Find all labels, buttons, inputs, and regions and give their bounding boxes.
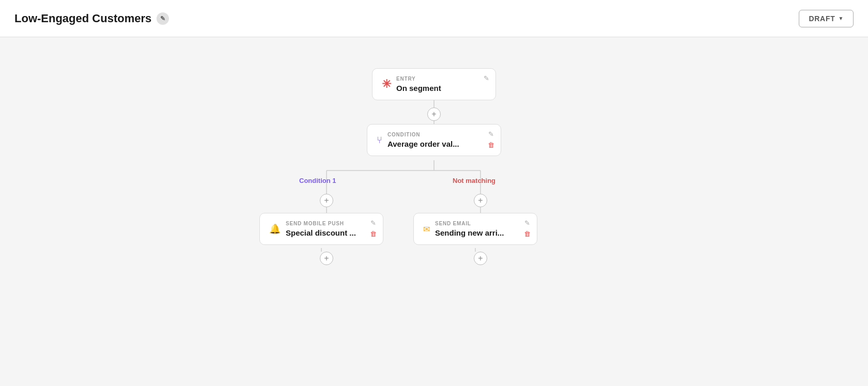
plus-icon: + <box>478 254 483 263</box>
condition1-label: Condition 1 <box>299 177 336 184</box>
condition-delete-button[interactable]: 🗑 <box>487 141 495 149</box>
entry-node-label: ENTRY <box>396 76 441 82</box>
plus-push-bottom[interactable]: + <box>320 252 333 265</box>
condition-node-label: CONDITION <box>388 132 459 137</box>
notmatching-label: Not matching <box>453 177 495 184</box>
draft-label: DRAFT <box>809 14 835 23</box>
condition-node-title: Average order val... <box>388 140 459 148</box>
branch-icon: ⑂ <box>377 135 382 146</box>
push-delete-button[interactable]: 🗑 <box>369 229 378 238</box>
condition-edit-button[interactable]: ✎ <box>487 130 495 138</box>
edit-title-button[interactable]: ✎ <box>157 12 169 25</box>
email-delete-button[interactable]: 🗑 <box>523 229 532 238</box>
push-node-label: SEND MOBILE PUSH <box>286 221 356 226</box>
entry-node-title: On segment <box>396 84 441 92</box>
entry-node[interactable]: ✳ ENTRY On segment ✎ <box>372 68 496 100</box>
page-title: Low-Engaged Customers <box>14 12 151 25</box>
plus-condition1-branch[interactable]: + <box>320 194 333 207</box>
push-edit-button[interactable]: ✎ <box>369 219 378 227</box>
email-node[interactable]: ✉ SEND EMAIL Sending new arri... ✎ 🗑 <box>413 213 537 245</box>
email-node-title: Sending new arri... <box>435 228 504 237</box>
plus-icon: + <box>431 110 436 118</box>
plus-icon: + <box>324 254 329 263</box>
entry-edit-button[interactable]: ✎ <box>483 74 490 83</box>
plus-icon: + <box>478 196 483 205</box>
plus-notmatching-branch[interactable]: + <box>474 194 487 207</box>
push-node[interactable]: 🔔 SEND MOBILE PUSH Special discount ... … <box>259 213 383 245</box>
bell-icon: 🔔 <box>269 223 281 235</box>
header: Low-Engaged Customers ✎ DRAFT ▼ <box>0 0 868 37</box>
pencil-icon: ✎ <box>160 15 165 22</box>
envelope-icon: ✉ <box>423 224 430 234</box>
email-node-label: SEND EMAIL <box>435 221 504 226</box>
workflow-canvas: ✳ ENTRY On segment ✎ + ⑂ CONDITION Avera… <box>0 37 868 386</box>
chevron-down-icon: ▼ <box>838 16 844 21</box>
plus-icon: + <box>324 196 329 205</box>
plus-email-bottom[interactable]: + <box>474 252 487 265</box>
plus-entry-condition[interactable]: + <box>427 107 441 121</box>
email-edit-button[interactable]: ✎ <box>523 219 532 227</box>
header-title-group: Low-Engaged Customers ✎ <box>14 12 169 25</box>
asterisk-icon: ✳ <box>382 78 391 91</box>
push-node-title: Special discount ... <box>286 228 356 237</box>
condition-node[interactable]: ⑂ CONDITION Average order val... ✎ 🗑 <box>367 124 501 156</box>
draft-button[interactable]: DRAFT ▼ <box>799 10 854 27</box>
